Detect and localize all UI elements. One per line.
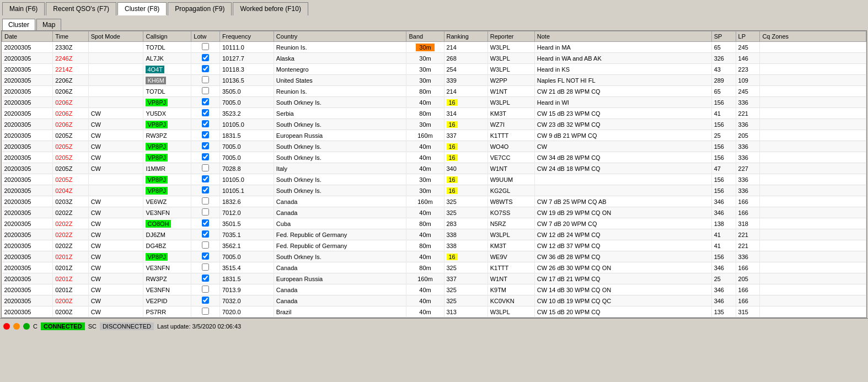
table-row[interactable]: 202003050202ZCWDG4BZ3562.1Fed. Republic …: [2, 240, 866, 251]
cell-reporter: W8WTS: [487, 196, 534, 207]
table-row[interactable]: 202003050205ZCWVP8PJ7005.0South Orkney I…: [2, 141, 866, 152]
cell-lp: 205: [736, 130, 760, 141]
cell-band: 30m: [406, 185, 444, 196]
dot-red: [3, 323, 10, 330]
table-row[interactable]: 202003050201ZCWVP8PJ7005.0South Orkney I…: [2, 251, 866, 262]
cell-lotw[interactable]: [191, 207, 220, 218]
cell-lotw[interactable]: [191, 185, 220, 196]
cell-lotw[interactable]: [191, 284, 220, 295]
table-row[interactable]: 202003052206ZKH6M10136.5United States30m…: [2, 75, 866, 86]
table-row[interactable]: 202003050203ZCWVE6WZ1832.6Canada160m325W…: [2, 196, 866, 207]
cell-lotw[interactable]: [191, 163, 220, 174]
cell-frequency: 10136.5: [220, 75, 274, 86]
cell-lotw[interactable]: [191, 262, 220, 273]
table-row[interactable]: 202003052214Z4O4T10118.3Montenegro30m254…: [2, 64, 866, 75]
cell-lotw[interactable]: [191, 53, 220, 64]
cell-lotw[interactable]: [191, 306, 220, 318]
cell-cq-zones: [760, 218, 866, 229]
cell-mode: CW: [88, 295, 143, 306]
cell-lotw[interactable]: [191, 141, 220, 152]
cell-lotw[interactable]: [191, 64, 220, 75]
cell-sp: 41: [711, 240, 736, 251]
cell-date: 20200305: [2, 141, 53, 152]
cell-note: CW 17 dB 21 WPM CQ: [534, 273, 711, 284]
cell-callsign: VE3NFN: [143, 262, 191, 273]
table-row[interactable]: 202003050205ZCWRW3PZ1831.5European Russi…: [2, 130, 866, 141]
cell-lotw[interactable]: [191, 218, 220, 229]
cell-mode: CW: [88, 130, 143, 141]
cell-lotw[interactable]: [191, 97, 220, 108]
cell-note: CW 36 dB 28 WPM CQ: [534, 251, 711, 262]
table-row[interactable]: 202003050200ZCWPS7RR7020.0Brazil40m313W3…: [2, 306, 866, 318]
table-row[interactable]: 202003050202ZCWVE3NFN7012.0Canada40m325K…: [2, 207, 866, 218]
table-row[interactable]: 202003050206ZCWVP8PJ10105.0South Orkney …: [2, 119, 866, 130]
cell-lotw[interactable]: [191, 42, 220, 53]
cell-note: CW 15 dB 23 WPM CQ: [534, 108, 711, 119]
tab-main[interactable]: Main (F6): [2, 2, 45, 15]
table-row[interactable]: 202003050206ZTO7DL3505.0Reunion Is.80m21…: [2, 86, 866, 97]
cell-lp: 223: [736, 64, 760, 75]
cell-date: 20200305: [2, 207, 53, 218]
table-row[interactable]: 202003050206ZVP8PJ7005.0South Orkney Is.…: [2, 97, 866, 108]
cell-lotw[interactable]: [191, 196, 220, 207]
table-row[interactable]: 202003050202ZCWCO8OH3501.5Cuba80m283N5RZ…: [2, 218, 866, 229]
cell-country: Reunion Is.: [274, 86, 406, 97]
cell-lotw[interactable]: [191, 273, 220, 284]
cell-lp: 245: [736, 42, 760, 53]
cell-frequency: 7012.0: [220, 207, 274, 218]
table-row[interactable]: 202003052330ZTO7DL10111.0Reunion Is.30m2…: [2, 42, 866, 53]
table-row[interactable]: 202003050201ZCWRW3PZ1831.5European Russi…: [2, 273, 866, 284]
cell-sp: 135: [711, 306, 736, 318]
cell-mode: CW: [88, 273, 143, 284]
cell-country: Brazil: [274, 306, 406, 318]
cell-cq-zones: [760, 295, 866, 306]
tab-cluster[interactable]: Cluster (F8): [117, 2, 167, 15]
cell-lotw[interactable]: [191, 229, 220, 240]
cell-lotw[interactable]: [191, 240, 220, 251]
table-row[interactable]: 202003050204ZVP8PJ10105.1South Orkney Is…: [2, 185, 866, 196]
cell-lotw[interactable]: [191, 251, 220, 262]
cell-note: CW 12 dB 24 WPM CQ: [534, 229, 711, 240]
sub-tab-cluster[interactable]: Cluster: [2, 19, 35, 30]
cell-cq-zones: [760, 284, 866, 295]
table-row[interactable]: 202003050201ZCWVE3NFN7013.9Canada40m325K…: [2, 284, 866, 295]
tab-worked-before[interactable]: Worked before (F10): [233, 2, 308, 15]
cell-note: CW 21 dB 28 WPM CQ: [534, 86, 711, 97]
cell-lotw[interactable]: [191, 174, 220, 185]
cell-frequency: 10105.0: [220, 119, 274, 130]
cell-lotw[interactable]: [191, 86, 220, 97]
table-row[interactable]: 202003050205ZCWI1MMR7028.8Italy40m340W1N…: [2, 163, 866, 174]
cell-band: 40m: [406, 295, 444, 306]
cell-reporter: N5RZ: [487, 218, 534, 229]
tab-recent-qsos[interactable]: Recent QSO's (F7): [46, 2, 116, 15]
cell-frequency: 7028.8: [220, 163, 274, 174]
cell-lp: 318: [736, 218, 760, 229]
sub-tab-map[interactable]: Map: [36, 19, 61, 30]
cell-note: CW 7 dB 25 WPM CQ AB: [534, 196, 711, 207]
cell-lotw[interactable]: [191, 295, 220, 306]
col-lp: LP: [736, 31, 760, 42]
cell-band: 30m: [406, 42, 444, 53]
cell-lotw[interactable]: [191, 130, 220, 141]
table-row[interactable]: 202003050205ZVP8PJ10105.0South Orkney Is…: [2, 174, 866, 185]
cell-reporter: WE9V: [487, 251, 534, 262]
cell-lotw[interactable]: [191, 108, 220, 119]
table-row[interactable]: 202003050201ZCWVE3NFN3515.4Canada80m325K…: [2, 262, 866, 273]
table-row[interactable]: 202003050202ZCWDJ6ZM7035.1Fed. Republic …: [2, 229, 866, 240]
cell-sp: 346: [711, 207, 736, 218]
table-row[interactable]: 202003050206ZCWYU5DX3523.2Serbia80m314KM…: [2, 108, 866, 119]
table-row[interactable]: 202003050200ZCWVE2PID7032.0Canada40m325K…: [2, 295, 866, 306]
cell-time: 2214Z: [53, 64, 88, 75]
cell-lotw[interactable]: [191, 152, 220, 163]
cell-sp: 289: [711, 75, 736, 86]
cell-callsign: PS7RR: [143, 306, 191, 318]
cell-lotw[interactable]: [191, 119, 220, 130]
tab-propagation[interactable]: Propagation (F9): [168, 2, 232, 15]
cell-band: 160m: [406, 273, 444, 284]
table-row[interactable]: 202003050205ZCWVP8PJ7005.0South Orkney I…: [2, 152, 866, 163]
cell-lotw[interactable]: [191, 75, 220, 86]
cell-sp: 346: [711, 196, 736, 207]
cell-ranking: 214: [444, 42, 487, 53]
table-row[interactable]: 202003052246ZAL7JK10127.7Alaska30m268W3L…: [2, 53, 866, 64]
cell-reporter: W9UUM: [487, 174, 534, 185]
